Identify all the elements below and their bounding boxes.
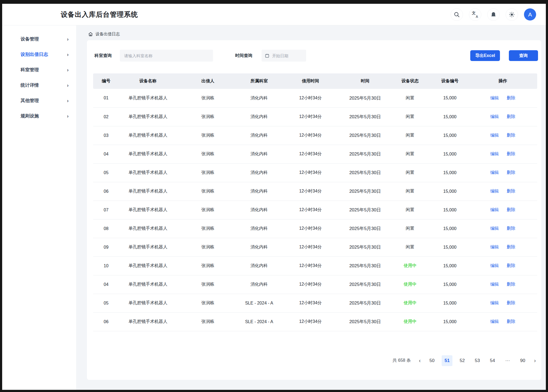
delete-link[interactable]: 删除: [507, 319, 515, 324]
delete-link[interactable]: 删除: [507, 282, 515, 286]
theme-button[interactable]: [506, 8, 518, 21]
home-icon: [88, 32, 93, 37]
cell-lender: 张润栋: [177, 107, 239, 126]
cell-borrow-duration: 12小时34分: [279, 182, 341, 201]
delete-link[interactable]: 删除: [507, 96, 515, 100]
table-header-cell: 借用时间: [279, 73, 341, 89]
sidebar-item[interactable]: 规则设施 ›: [2, 108, 76, 124]
pagination: 共 658 条 ‹ 5051525354···90 ›: [87, 355, 537, 366]
edit-link[interactable]: 编辑: [490, 300, 499, 305]
cell-lender: 张润栋: [177, 163, 239, 182]
sidebar-item-label: 设备管理: [21, 36, 39, 42]
page-button[interactable]: 51: [442, 355, 452, 366]
dept-search-input[interactable]: [120, 50, 213, 62]
next-page-button[interactable]: ›: [532, 357, 537, 364]
edit-link[interactable]: 编辑: [490, 170, 499, 175]
search-icon: [454, 11, 460, 18]
edit-link[interactable]: 编辑: [490, 189, 499, 193]
sidebar-item-label: 规则设施: [21, 113, 39, 119]
edit-link[interactable]: 编辑: [490, 263, 499, 268]
delete-link[interactable]: 删除: [507, 170, 515, 175]
edit-link[interactable]: 编辑: [490, 207, 499, 212]
cell-date: 2025年5月30日: [341, 182, 389, 201]
device-log-table: 编号设备名称出借人所属科室借用时间时间设备状态设备编号操作 01 单孔腔镜手术机…: [93, 73, 535, 331]
cell-borrow-duration: 12小时34分: [279, 275, 341, 294]
cell-device-name: 单孔腔镜手术机器人: [119, 145, 177, 163]
page-button[interactable]: 90: [517, 355, 528, 366]
edit-link[interactable]: 编辑: [490, 245, 499, 249]
cell-device-number: 15,000: [431, 107, 468, 126]
cell-actions: 编辑删除: [468, 256, 537, 275]
edit-link[interactable]: 编辑: [490, 282, 499, 286]
cell-borrow-duration: 12小时34分: [279, 238, 341, 256]
table-header-cell: 时间: [341, 73, 389, 89]
cell-device-status: 闲置: [389, 201, 431, 219]
cell-number: 02: [93, 107, 119, 126]
delete-link[interactable]: 删除: [507, 114, 515, 119]
delete-link[interactable]: 删除: [507, 151, 515, 156]
cell-device-name: 单孔腔镜手术机器人: [119, 126, 177, 145]
delete-link[interactable]: 删除: [507, 245, 515, 249]
cell-date: 2025年5月30日: [341, 275, 389, 294]
page-button[interactable]: 52: [457, 355, 468, 366]
delete-link[interactable]: 删除: [507, 226, 515, 231]
delete-link[interactable]: 删除: [507, 263, 515, 268]
sidebar-item[interactable]: 设别出借日志 ›: [2, 47, 76, 62]
cell-device-number: 15,000: [431, 89, 468, 107]
table-header-cell: 设备名称: [119, 73, 177, 89]
export-excel-button[interactable]: 导出Excel: [470, 50, 500, 61]
edit-link[interactable]: 编辑: [490, 114, 499, 119]
page-button[interactable]: ···: [502, 355, 513, 366]
cell-lender: 张润栋: [177, 201, 239, 219]
edit-link[interactable]: 编辑: [490, 226, 499, 231]
cell-borrow-duration: 12小时34分: [279, 294, 341, 312]
prev-page-button[interactable]: ‹: [417, 357, 422, 364]
cell-date: 2025年5月30日: [341, 201, 389, 219]
sidebar-item[interactable]: 统计详情 ›: [2, 77, 76, 93]
pagination-total: 共 658 条: [393, 358, 411, 363]
delete-link[interactable]: 删除: [507, 300, 515, 305]
query-button[interactable]: 查询: [509, 50, 538, 61]
cell-department: 消化内科: [239, 126, 279, 145]
cell-device-status: 闲置: [389, 163, 431, 182]
start-date-input[interactable]: [272, 53, 303, 58]
date-picker[interactable]: [262, 50, 306, 62]
sidebar-item[interactable]: 科室管理 ›: [2, 62, 76, 77]
sidebar-item[interactable]: 其他管理 ›: [2, 93, 76, 108]
sidebar-item[interactable]: 设备管理 ›: [2, 31, 76, 47]
edit-link[interactable]: 编辑: [490, 96, 499, 100]
user-avatar[interactable]: A: [524, 8, 536, 21]
cell-lender: 张润栋: [177, 89, 239, 107]
table-header-row: 编号设备名称出借人所属科室借用时间时间设备状态设备编号操作: [93, 73, 537, 89]
cell-date: 2025年5月30日: [341, 256, 389, 275]
table-row: 03 单孔腔镜手术机器人 张润栋 消化内科 12小时34分 2025年5月30日…: [93, 126, 537, 145]
delete-link[interactable]: 删除: [507, 207, 515, 212]
sidebar: 设备管理 › 设别出借日志 › 科室管理 › 统计详情 › 其他管理 › 规则设…: [2, 25, 76, 390]
cell-date: 2025年5月30日: [341, 163, 389, 182]
cell-lender: 张润栋: [177, 145, 239, 163]
language-button[interactable]: 文A: [469, 8, 481, 21]
search-button[interactable]: [451, 8, 463, 21]
cell-borrow-duration: 12小时34分: [279, 89, 341, 107]
cell-number: 04: [93, 275, 119, 294]
cell-device-status: 闲置: [389, 107, 431, 126]
breadcrumb[interactable]: 设备出借日志: [88, 32, 546, 37]
cell-borrow-duration: 12小时34分: [279, 145, 341, 163]
cell-device-number: 15,000: [431, 256, 468, 275]
edit-link[interactable]: 编辑: [490, 151, 499, 156]
cell-department: 消化内科: [239, 182, 279, 201]
main-content: 设备出借日志 科室查询 时间查询 导出Ex: [76, 25, 546, 390]
table-header-cell: 出借人: [177, 73, 239, 89]
delete-link[interactable]: 删除: [507, 189, 515, 193]
page-button[interactable]: 53: [472, 355, 483, 366]
cell-borrow-duration: 12小时34分: [279, 107, 341, 126]
sidebar-item-label: 统计详情: [21, 82, 39, 88]
notification-button[interactable]: [487, 8, 500, 21]
page-button[interactable]: 50: [427, 355, 437, 366]
edit-link[interactable]: 编辑: [490, 133, 499, 137]
delete-link[interactable]: 删除: [507, 133, 515, 137]
table-row: 05 单孔腔镜手术机器人 张润栋 SLE - 2024 - A 12小时34分 …: [93, 294, 537, 312]
edit-link[interactable]: 编辑: [490, 319, 499, 324]
page-button[interactable]: 54: [487, 355, 498, 366]
table-row: 01 单孔腔镜手术机器人 张润栋 消化内科 12小时34分 2025年5月30日…: [93, 89, 537, 107]
